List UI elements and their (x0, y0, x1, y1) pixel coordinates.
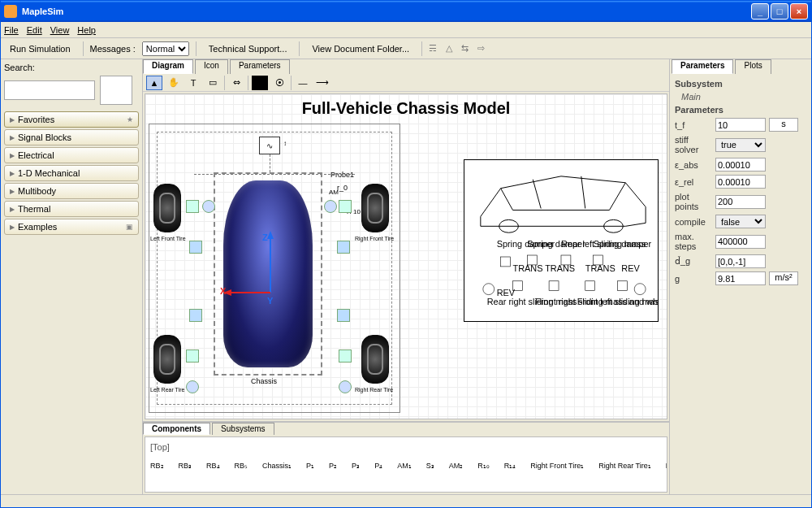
comp-fl-joint[interactable] (202, 200, 215, 213)
close-button[interactable]: × (790, 3, 808, 20)
diagram-title: Full-Vehicle Chassis Model (145, 99, 667, 118)
rect-tool-icon[interactable]: ▭ (205, 76, 221, 90)
g-label: g (675, 274, 712, 284)
left-panel: Search: ▶Favorites★ ▶Signal Blocks ▶Elec… (1, 59, 143, 494)
link-tool-icon[interactable]: ⇔ (228, 76, 244, 90)
comp-rr-1[interactable] (339, 350, 352, 363)
tab-icon[interactable]: Icon (195, 59, 228, 74)
max-input[interactable] (715, 235, 766, 249)
tire-front-left[interactable] (153, 184, 181, 232)
svg-rect-13 (617, 281, 627, 291)
erel-input[interactable] (715, 175, 766, 189)
svg-rect-11 (549, 281, 559, 291)
menu-file[interactable]: File (4, 25, 19, 35)
hand-tool-icon[interactable]: ✋ (166, 76, 182, 90)
hierarchy-item[interactable]: Right Front Tire₁ (530, 462, 584, 470)
palette-signal-blocks[interactable]: ▶Signal Blocks (4, 129, 139, 145)
menu-edit[interactable]: Edit (27, 25, 42, 35)
tab-components[interactable]: Components (143, 423, 210, 435)
menu-view[interactable]: View (50, 25, 70, 35)
hierarchy-item[interactable]: Right Rear Tire₁ (598, 462, 651, 470)
hierarchy-item[interactable]: AM₁ (397, 462, 412, 470)
hierarchy-item[interactable]: P₃ (352, 462, 360, 470)
technical-support-button[interactable]: Technical Support... (203, 41, 293, 56)
comp-rl-1[interactable] (186, 350, 199, 363)
hierarchy-item[interactable]: R₁₀ (477, 462, 490, 470)
tab-diagram[interactable]: Diagram (143, 59, 193, 74)
eabs-input[interactable] (715, 158, 766, 172)
palette-examples[interactable]: ▶Examples▣ (4, 219, 139, 235)
comp-rl-joint[interactable] (186, 380, 199, 393)
hierarchy-item[interactable]: AM₂ (449, 462, 464, 470)
stiff-select[interactable]: true (715, 138, 766, 152)
hierarchy-item[interactable]: RB₂ (150, 462, 164, 470)
tab-subsystems[interactable]: Subsystems (212, 423, 274, 435)
svg-point-15 (634, 284, 646, 295)
hierarchy-item[interactable]: RB₃ (179, 462, 192, 470)
hierarchy-item[interactable]: R₁₄ (504, 462, 516, 470)
tire-rear-right[interactable] (361, 335, 389, 384)
chassis-body[interactable] (223, 180, 313, 367)
tire-rear-left[interactable] (153, 335, 181, 384)
hierarchy-view[interactable]: [Top] RB₂RB₃RB₄RB₅Chassis₁P₁P₂P₃P₄AM₁S₃A… (145, 436, 667, 493)
comp-fr-1[interactable] (339, 200, 352, 213)
view-document-folder-button[interactable]: View Document Folder... (306, 41, 415, 56)
svg-text:REV: REV (621, 263, 640, 273)
tire-fl-label: Left Front Tire (150, 236, 186, 241)
hierarchy-item[interactable]: P₁ (306, 462, 314, 470)
palette-favorites[interactable]: ▶Favorites★ (4, 111, 139, 128)
palette-electrical[interactable]: ▶Electrical (4, 147, 139, 163)
inset-schematic: Spring damper Spring damper Rear left sl… (464, 159, 659, 322)
minimize-button[interactable]: _ (751, 3, 769, 20)
comp-fl-1[interactable] (186, 200, 199, 213)
comp-fr-2[interactable] (337, 241, 350, 254)
hierarchy-item[interactable]: RB₄ (206, 462, 220, 470)
compile-select[interactable]: false (715, 215, 766, 228)
compass-tool-icon[interactable]: ⦿ (271, 76, 287, 90)
hierarchy-item[interactable]: Left Rear Tire₁ (666, 462, 667, 470)
g-unit[interactable]: m/s² (769, 271, 798, 285)
diagram-canvas[interactable]: Full-Vehicle Chassis Model ∿ ↕ Probe1 r_… (145, 93, 667, 419)
palette-1d-mechanical[interactable]: ▶1-D Mechanical (4, 165, 139, 181)
tire-rl-label: Left Rear Tire (150, 387, 184, 393)
maximize-button[interactable]: □ (771, 3, 788, 20)
run-simulation-button[interactable]: Run Simulation (4, 41, 76, 56)
main-toolbar: Run Simulation Messages : Normal Technic… (1, 38, 811, 59)
comp-fl-2[interactable] (189, 241, 202, 254)
messages-select[interactable]: Normal (142, 41, 189, 56)
tf-unit[interactable]: s (769, 118, 798, 132)
comp-rr-joint[interactable] (339, 380, 352, 393)
hierarchy-item[interactable]: Chassis₁ (262, 462, 292, 470)
hierarchy-item[interactable]: RB₅ (235, 462, 248, 470)
tab-plots[interactable]: Plots (735, 59, 771, 74)
menu-help[interactable]: Help (77, 25, 96, 35)
pointer-tool-icon[interactable]: ▲ (146, 76, 162, 90)
comp-fr-joint[interactable] (324, 200, 337, 213)
hierarchy-item[interactable]: S₃ (426, 462, 434, 470)
plot-input[interactable] (715, 195, 766, 209)
eabs-label: ε_abs (675, 160, 712, 170)
svg-text:Spring damper: Spring damper (594, 239, 652, 249)
palette-thermal[interactable]: ▶Thermal (4, 201, 139, 217)
text-tool-icon[interactable]: T (185, 76, 201, 90)
menu-bar: File Edit View Help (1, 22, 811, 38)
hierarchy-item[interactable]: P₄ (374, 462, 382, 470)
comp-rr-2[interactable] (337, 309, 350, 322)
tf-input[interactable] (715, 118, 766, 132)
center-panel: Diagram Icon Parameters ▲ ✋ T ▭ ⇔ ⦿ — ⟶ (143, 59, 669, 494)
search-input[interactable] (4, 80, 95, 100)
palette-multibody[interactable]: ▶Multibody (4, 183, 139, 199)
dg-input[interactable] (715, 254, 766, 268)
axis-z-label: Z (262, 232, 268, 242)
line-style-icon[interactable]: — (295, 76, 311, 90)
signal-source-block[interactable]: ∿ (259, 137, 280, 154)
tab-parameters[interactable]: Parameters (230, 59, 290, 74)
hierarchy-item[interactable]: P₂ (329, 462, 337, 470)
arrow-style-icon[interactable]: ⟶ (314, 76, 330, 90)
g-input[interactable] (715, 271, 766, 285)
tab-parameters-right[interactable]: Parameters (672, 59, 733, 74)
color-swatch-icon[interactable] (252, 76, 268, 90)
tire-front-right[interactable] (361, 184, 389, 232)
plot-label: plot points (675, 192, 712, 211)
comp-rl-2[interactable] (189, 309, 202, 322)
